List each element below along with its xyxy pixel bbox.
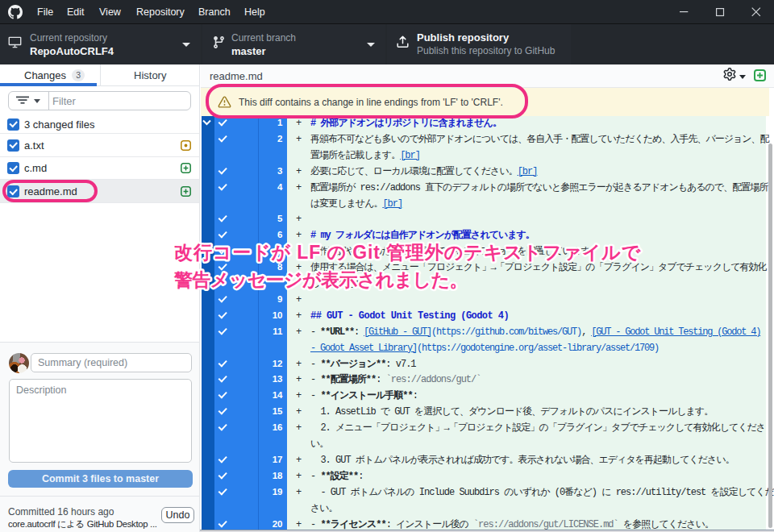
svg-text:警告メッセージが表示されました。: 警告メッセージが表示されました。 — [173, 269, 468, 290]
svg-text:改行コードが LF の Git 管理外のテキストファイルで: 改行コードが LF の Git 管理外のテキストファイルで — [174, 242, 641, 263]
